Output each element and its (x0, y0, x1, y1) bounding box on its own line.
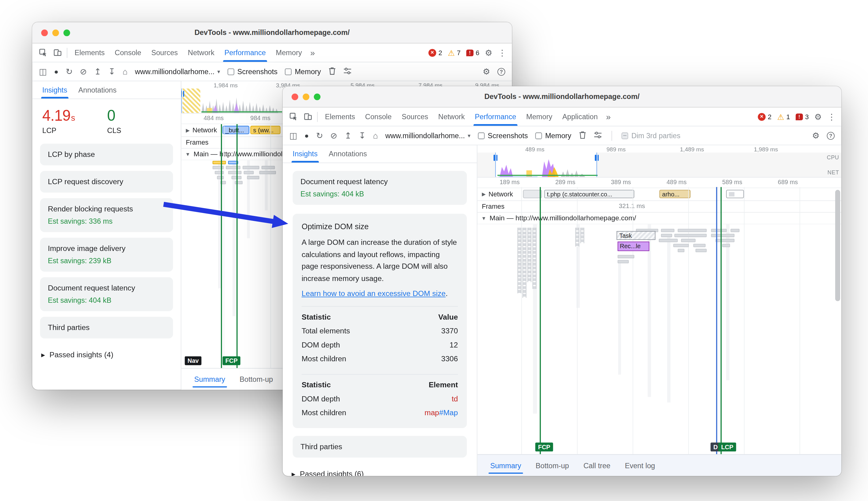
task-bar[interactable] (618, 260, 629, 263)
screenshots-checkbox[interactable]: Screenshots (227, 67, 278, 76)
network-request-chip[interactable]: s (ww... (251, 126, 281, 134)
dock-side-icon[interactable]: ◫ (290, 131, 297, 140)
passed-insights-toggle[interactable]: ▶ Passed insights (6) (283, 463, 477, 476)
dim-3rd-parties-checkbox[interactable]: Dim 3rd parties (621, 131, 681, 140)
tune-sliders-icon[interactable] (343, 66, 351, 77)
tune-sliders-icon[interactable] (594, 130, 602, 141)
task-bar[interactable] (696, 249, 707, 252)
recalculate-style-chip[interactable]: Rec...le (618, 242, 650, 251)
task-bar[interactable] (242, 166, 259, 169)
task-event-chip[interactable]: Task (617, 231, 655, 240)
task-bar[interactable] (235, 181, 242, 184)
error-count-badge[interactable]: ✕2 (758, 113, 771, 120)
settings-gear-icon[interactable]: ⚙ (814, 111, 822, 122)
tab-event-log[interactable]: Event log (618, 455, 662, 476)
close-window-button[interactable] (41, 29, 48, 36)
tab-call-tree[interactable]: Call tree (576, 455, 617, 476)
main-thread-flame-chart[interactable]: Task Rec...le (477, 224, 842, 454)
reload-and-record-icon[interactable]: ↻ (66, 67, 73, 76)
minimap-left-handle[interactable] (181, 91, 184, 97)
task-bar[interactable] (226, 166, 240, 169)
error-count-badge[interactable]: ✕2 (428, 49, 442, 56)
load-profile-icon[interactable]: ↥ (345, 131, 351, 140)
task-bar[interactable] (215, 171, 224, 174)
passed-insights-toggle[interactable]: ▶ Passed insights (4) (32, 344, 181, 366)
task-bar[interactable] (213, 161, 226, 164)
record-icon[interactable]: ● (304, 132, 309, 139)
element-reference-link[interactable]: td (452, 395, 458, 403)
zoom-window-button[interactable] (314, 94, 321, 100)
tab-bottom-up[interactable]: Bottom-up (528, 455, 576, 476)
task-bar[interactable] (673, 244, 689, 247)
tab-application[interactable]: Application (557, 108, 603, 126)
network-request-chip[interactable] (726, 190, 744, 198)
tab-console[interactable]: Console (360, 108, 397, 126)
task-bar[interactable] (678, 229, 707, 232)
tab-performance[interactable]: Performance (219, 43, 271, 62)
titlebar[interactable]: DevTools - www.milliondollarhomepage.com… (283, 86, 842, 108)
capture-settings-gear-icon[interactable]: ⚙ (483, 66, 490, 77)
memory-checkbox[interactable]: Memory (285, 67, 321, 76)
network-request-chip[interactable] (523, 190, 542, 198)
task-bar[interactable] (259, 171, 276, 174)
issues-count-badge[interactable]: !6 (466, 49, 479, 56)
pane-tab-annotations[interactable]: Annotations (323, 145, 372, 162)
task-bar[interactable] (722, 244, 730, 247)
zoom-window-button[interactable] (63, 29, 70, 36)
home-icon[interactable]: ⌂ (122, 67, 127, 76)
minimize-window-button[interactable] (303, 94, 310, 100)
minimap-right-handle[interactable] (595, 155, 599, 161)
task-bar[interactable] (262, 166, 275, 169)
task-bar[interactable] (228, 171, 242, 174)
insight-card-lcp-by-phase[interactable]: LCP by phase (40, 144, 173, 166)
task-bar[interactable] (678, 249, 685, 252)
task-bar[interactable] (730, 229, 739, 232)
dom-size-doc-link[interactable]: Learn how to avoid an excessive DOM size (302, 290, 446, 298)
page-url-dropdown[interactable]: www.milliondollarhome... ▾ (385, 131, 470, 140)
tab-elements[interactable]: Elements (69, 43, 110, 62)
minimap-left-handle[interactable] (493, 155, 497, 161)
tab-summary[interactable]: Summary (187, 369, 232, 390)
more-menu-icon[interactable]: ⋮ (827, 111, 836, 122)
element-reference-link[interactable]: map#Map (424, 408, 458, 417)
tab-network[interactable]: Network (183, 43, 219, 62)
clear-icon[interactable]: ⊘ (330, 131, 337, 140)
help-icon[interactable]: ? (497, 68, 505, 75)
titlebar[interactable]: DevTools - www.milliondollarhomepage.com… (32, 22, 512, 43)
task-bar[interactable] (715, 239, 735, 242)
frames-track[interactable]: Frames 321.1 ms (477, 201, 842, 213)
warning-count-badge[interactable]: ⚠7 (448, 49, 460, 56)
task-bar[interactable] (693, 244, 706, 247)
tab-memory[interactable]: Memory (521, 108, 557, 126)
task-bar[interactable] (661, 229, 674, 232)
more-tabs-icon[interactable]: » (307, 43, 318, 62)
settings-gear-icon[interactable]: ⚙ (485, 47, 492, 57)
tab-summary[interactable]: Summary (483, 455, 528, 476)
inspect-element-icon[interactable] (286, 108, 301, 126)
screenshots-checkbox[interactable]: Screenshots (478, 131, 528, 140)
insight-card-third-parties[interactable]: Third parties (40, 317, 173, 339)
record-icon[interactable]: ● (54, 68, 58, 75)
task-bar[interactable] (661, 234, 672, 237)
insight-card-render-blocking[interactable]: Render blocking requests Est savings: 33… (40, 198, 173, 232)
task-stack[interactable] (533, 228, 536, 289)
clear-icon[interactable]: ⊘ (80, 67, 87, 76)
task-stack[interactable] (522, 228, 527, 298)
network-request-chip[interactable]: _butt... (223, 126, 249, 134)
garbage-collect-icon[interactable] (328, 66, 336, 77)
lcp-metric[interactable]: 4.19s LCP (42, 108, 75, 135)
task-bar[interactable] (711, 229, 727, 232)
tab-sources[interactable]: Sources (147, 43, 183, 62)
insight-card-third-parties[interactable]: Third parties (293, 436, 467, 458)
task-bar[interactable] (618, 255, 634, 258)
network-request-chip[interactable]: t.php (c.statcounter.co... (544, 190, 634, 198)
task-bar[interactable] (681, 239, 696, 242)
load-profile-icon[interactable]: ↥ (94, 67, 101, 76)
save-profile-icon[interactable]: ↧ (359, 131, 366, 140)
pane-tab-annotations[interactable]: Annotations (73, 81, 122, 98)
dock-side-icon[interactable]: ◫ (39, 67, 47, 76)
home-icon[interactable]: ⌂ (373, 131, 378, 140)
minimize-window-button[interactable] (52, 29, 59, 36)
insight-card-lcp-request-discovery[interactable]: LCP request discovery (40, 171, 173, 193)
tab-console[interactable]: Console (110, 43, 146, 62)
